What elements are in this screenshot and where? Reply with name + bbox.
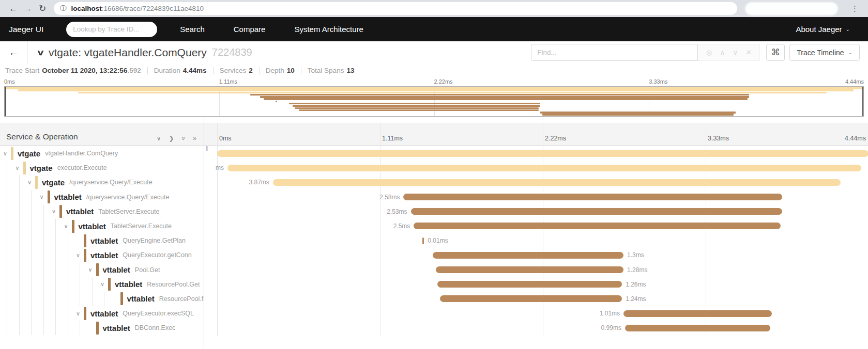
double-chevron-right-icon[interactable]: »: [193, 135, 196, 141]
span-bar[interactable]: [623, 310, 772, 317]
minimap-ruler-inner: 0ms1.11ms2.22ms3.33ms4.44ms: [4, 77, 864, 86]
chevron-down-icon[interactable]: ∨: [27, 179, 35, 186]
about-jaeger-menu[interactable]: About Jaeger ⌄: [796, 25, 850, 34]
trace-header-controls: ◎ ∧ ∨ ✕ ⌘ Trace Timeline ⌄: [531, 44, 860, 61]
browser-menu-icon[interactable]: ⋮: [851, 4, 859, 13]
trace-id-short: 7224839: [212, 46, 252, 58]
tree-row[interactable]: ∨vttabletQueryExecutor.getConn: [0, 248, 204, 262]
span-bar[interactable]: [437, 281, 622, 288]
chevron-down-icon[interactable]: ∨: [100, 281, 108, 288]
timeline-main: Service & Operation ∨ ❯ » » ∨vtgatevtgat…: [0, 117, 868, 349]
span-bar[interactable]: [414, 223, 781, 229]
indent-guide: [55, 277, 56, 292]
minimap-span-bar: [299, 109, 539, 112]
chevron-down-icon[interactable]: ∨: [16, 165, 23, 171]
span-bar-row[interactable]: 2.53ms: [204, 204, 868, 219]
span-bar-row[interactable]: 1.24ms: [204, 292, 868, 306]
span-bar[interactable]: [625, 325, 770, 331]
span-bar-row[interactable]: 2.58ms: [204, 190, 868, 204]
chevron-down-icon[interactable]: ∨: [3, 150, 11, 157]
chevron-down-icon[interactable]: ∨: [157, 135, 161, 141]
minimap-left-handle[interactable]: [5, 87, 6, 116]
span-bar-row[interactable]: 3.87ms: [204, 175, 868, 189]
clear-search-icon[interactable]: ✕: [746, 49, 752, 56]
page-info-icon[interactable]: ⓘ: [60, 4, 67, 13]
span-bar[interactable]: [422, 237, 424, 244]
span-bar[interactable]: [436, 266, 623, 273]
span-service-name: vttablet: [115, 280, 142, 289]
tree-row[interactable]: vttabletQueryEngine.GetPlan: [0, 233, 204, 248]
chevron-down-icon[interactable]: ∨: [76, 310, 84, 317]
jaeger-logo[interactable]: Jaeger UI: [9, 25, 43, 34]
tree-row[interactable]: ∨vttabletTabletServer.Execute: [0, 204, 204, 219]
minimap-canvas[interactable]: [4, 86, 864, 117]
span-bar-row[interactable]: 0.99ms: [204, 321, 868, 335]
span-service-name: vttablet: [127, 294, 155, 303]
indent-guide: [19, 263, 20, 277]
tree-row[interactable]: ∨vtgateexecutor.Execute: [0, 161, 204, 175]
nav-item-system-architecture[interactable]: System Architecture: [294, 25, 363, 34]
tree-row[interactable]: ∨vttabletResourcePool.Get: [0, 277, 204, 292]
span-bar[interactable]: [217, 150, 868, 157]
indent-guide: [68, 277, 68, 292]
find-input[interactable]: [531, 44, 698, 61]
tree-row[interactable]: ∨vttabletPool.Get: [0, 263, 204, 277]
span-bar-row[interactable]: 2.5ms: [204, 219, 868, 233]
chevron-down-icon[interactable]: ∨: [88, 266, 96, 273]
tree-row[interactable]: vttabletResourcePool.factory: [0, 292, 204, 306]
chevron-down-icon[interactable]: ∨: [52, 208, 59, 215]
minimap-span-bar: [260, 96, 749, 98]
back-button[interactable]: ←: [0, 41, 28, 64]
indent-guide: [31, 292, 32, 306]
indent-guide: [31, 248, 32, 262]
span-bar[interactable]: [227, 165, 861, 171]
span-bar-row[interactable]: 1.01ms: [204, 306, 868, 321]
tree-row[interactable]: ∨vtgatevtgateHandler.ComQuery: [0, 146, 204, 161]
tree-row[interactable]: ∨vttabletQueryExecutor.execSQL: [0, 306, 204, 321]
tree-row[interactable]: ∨vtgate/queryservice.Query/Execute: [0, 175, 204, 189]
indent-guide: [31, 277, 32, 292]
span-bar[interactable]: [273, 179, 841, 186]
span-duration-label: 2.5ms: [393, 219, 410, 233]
tree-row[interactable]: ∨vttablet/queryservice.Query/Execute: [0, 190, 204, 204]
chevron-down-icon[interactable]: ∨: [76, 252, 84, 259]
browser-back-icon[interactable]: ←: [6, 4, 21, 14]
trace-view-selector[interactable]: Trace Timeline ⌄: [789, 44, 860, 61]
double-chevron-down-icon[interactable]: »: [180, 137, 187, 140]
indent-guide: [104, 292, 104, 306]
indent-guide: [31, 263, 32, 277]
minimap-right-handle[interactable]: [862, 87, 864, 116]
browser-forward-icon[interactable]: →: [21, 4, 35, 14]
span-bar-row[interactable]: 1.3ms: [204, 248, 868, 262]
span-tree-rows: ∨vtgatevtgateHandler.ComQuery∨vtgateexec…: [0, 146, 204, 335]
span-bar[interactable]: [403, 194, 782, 200]
keyboard-shortcuts-button[interactable]: ⌘: [766, 44, 785, 61]
span-duration-label: 3.87ms: [249, 175, 269, 189]
tree-row[interactable]: vttabletDBConn.Exec: [0, 321, 204, 335]
span-bar[interactable]: [433, 252, 623, 259]
collapse-trace-detail-icon[interactable]: ∨: [36, 48, 44, 57]
span-color-strip: [35, 176, 38, 189]
nav-item-compare[interactable]: Compare: [234, 25, 266, 34]
browser-reload-icon[interactable]: ↻: [35, 3, 50, 14]
chevron-right-icon[interactable]: ❯: [169, 135, 174, 141]
span-bar-row[interactable]: 1.26ms: [204, 277, 868, 292]
span-bar-row[interactable]: ms: [204, 161, 868, 175]
span-bar[interactable]: [411, 208, 782, 215]
chevron-down-icon[interactable]: ∨: [64, 223, 72, 230]
address-bar[interactable]: ⓘ localhost:16686/trace/7224839c11ae4810: [54, 2, 737, 15]
span-bar-row[interactable]: [204, 146, 868, 161]
trace-id-lookup-input[interactable]: [66, 22, 157, 37]
minimap-tick-label: 4.44ms: [845, 78, 864, 85]
span-bar-row[interactable]: 1.28ms: [204, 263, 868, 277]
chevron-down-icon[interactable]: ∨: [40, 194, 48, 200]
span-bar-row[interactable]: 0.01ms: [204, 233, 868, 248]
prev-result-icon[interactable]: ∧: [720, 49, 725, 56]
next-result-icon[interactable]: ∨: [733, 49, 738, 56]
tree-row[interactable]: ∨vttabletTabletServer.Execute: [0, 219, 204, 233]
indent-guide: [31, 204, 32, 219]
ruler-tick-label: 4.44ms: [845, 135, 866, 142]
nav-item-search[interactable]: Search: [180, 25, 205, 34]
span-bar[interactable]: [440, 295, 622, 302]
focus-target-icon[interactable]: ◎: [706, 49, 712, 56]
